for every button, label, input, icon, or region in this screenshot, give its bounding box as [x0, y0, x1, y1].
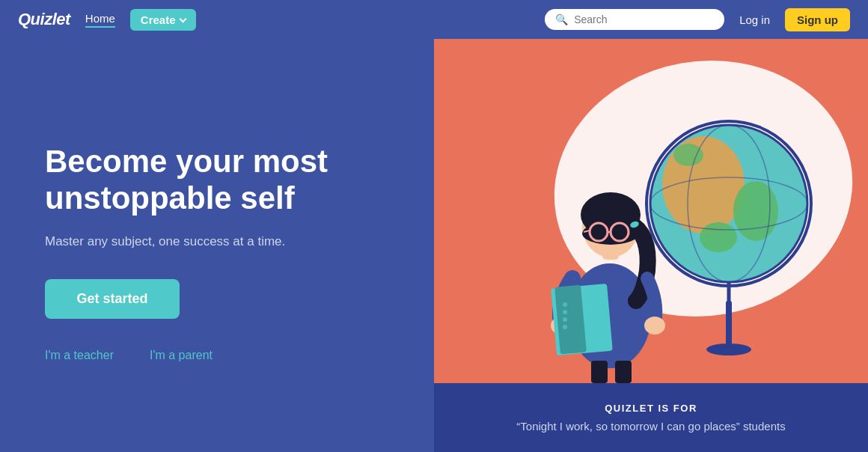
teacher-link[interactable]: I'm a teacher	[45, 349, 114, 362]
search-bar[interactable]: 🔍	[545, 9, 724, 30]
hero-illustration	[434, 39, 868, 383]
svg-rect-31	[591, 361, 608, 383]
svg-point-28	[563, 310, 567, 314]
get-started-button[interactable]: Get started	[45, 279, 180, 319]
quote-text: “Tonight I work, so tomorrow I can go pl…	[516, 420, 785, 433]
signup-button[interactable]: Sign up	[785, 8, 850, 31]
bottom-section: QUIZLET IS FOR “Tonight I work, so tomor…	[434, 383, 868, 452]
svg-point-8	[673, 144, 703, 166]
hero-title: Become your most unstoppable self	[45, 144, 389, 216]
teacher-parent-links: I'm a teacher I'm a parent	[45, 349, 389, 362]
svg-point-7	[700, 222, 737, 252]
login-button[interactable]: Log in	[739, 13, 770, 26]
create-label: Create	[141, 13, 176, 26]
main-container: Become your most unstoppable self Master…	[0, 39, 868, 452]
right-panel: QUIZLET IS FOR “Tonight I work, so tomor…	[434, 39, 868, 452]
navbar: Quizlet Home Create 🔍 Log in Sign up	[0, 0, 868, 39]
svg-point-2	[706, 343, 751, 355]
quizlet-is-for-heading: QUIZLET IS FOR	[605, 403, 697, 414]
nav-create-button[interactable]: Create	[130, 9, 196, 31]
parent-link[interactable]: I'm a parent	[150, 349, 213, 362]
svg-rect-32	[615, 361, 632, 383]
svg-point-30	[563, 325, 567, 329]
svg-rect-1	[726, 301, 732, 346]
search-input[interactable]	[574, 13, 714, 25]
logo: Quizlet	[18, 10, 70, 29]
illustration-svg	[434, 39, 868, 383]
hero-subtitle: Master any subject, one success at a tim…	[45, 234, 389, 249]
chevron-down-icon	[179, 15, 186, 22]
svg-point-24	[644, 317, 665, 335]
left-panel: Become your most unstoppable self Master…	[0, 39, 434, 452]
search-icon: 🔍	[555, 13, 568, 25]
svg-point-29	[563, 317, 567, 322]
svg-point-27	[563, 302, 567, 307]
nav-home-link[interactable]: Home	[85, 12, 115, 28]
svg-point-6	[733, 181, 778, 241]
